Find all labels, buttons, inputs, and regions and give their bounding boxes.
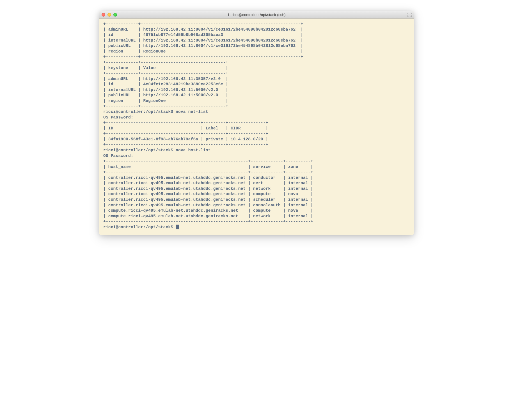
- table-row: | controller.ricci-qv495.emulab-net.utah…: [103, 197, 313, 202]
- table-header: | ID | Label | CIDR |: [103, 126, 268, 131]
- table-border: +--------------------------------------+…: [103, 120, 268, 125]
- command-line: ricci@controller:/opt/stack$ nova host-l…: [103, 148, 211, 152]
- table-border: +-------------+-------------------------…: [103, 71, 228, 76]
- table-row: | internalURL | http://192.168.42.11:800…: [103, 38, 303, 43]
- minimize-button[interactable]: [107, 13, 111, 17]
- table-row: | controller.ricci-qv495.emulab-net.utah…: [103, 203, 313, 207]
- window-title: 1. ricci@controller: /opt/stack (ssh): [99, 13, 414, 17]
- table-row: | region | RegionOne |: [103, 49, 303, 54]
- table-row: | publicURL | http://192.168.42.11:8004/…: [103, 44, 303, 48]
- table-row: | id | 4c04fc1c283148219ba3880ca2253e6e …: [103, 82, 228, 86]
- shell-prompt: ricci@controller:/opt/stack$: [103, 225, 176, 229]
- table-border: +-------------+-------------------------…: [103, 104, 228, 108]
- table-row: | 34fa1900-568f-43e1-8f98-ab76ab79af6a |…: [103, 137, 268, 141]
- table-header: | keystone | Value |: [103, 66, 228, 70]
- table-border: +-------------+-------------------------…: [103, 54, 303, 59]
- table-row: | controller.ricci-qv495.emulab-net.utah…: [103, 186, 313, 191]
- table-row: | internalURL | http://192.168.42.11:500…: [103, 88, 228, 92]
- table-row: | region | RegionOne |: [103, 99, 228, 103]
- titlebar[interactable]: 1. ricci@controller: /opt/stack (ssh): [99, 11, 414, 19]
- command-line: ricci@controller:/opt/stack$ nova net-li…: [103, 109, 208, 114]
- table-row: | id | 48751cb877e14d59b8b968ad305baea3 …: [103, 33, 303, 37]
- table-border: +--------------------------------------+…: [103, 142, 268, 147]
- cursor: [176, 225, 179, 229]
- table-row: | controller.ricci-qv495.emulab-net.utah…: [103, 192, 313, 196]
- table-row: | publicURL | http://192.168.42.11:5000/…: [103, 93, 228, 97]
- table-border: +--------------------------------------+…: [103, 131, 268, 136]
- terminal-window: 1. ricci@controller: /opt/stack (ssh) +-…: [99, 11, 414, 235]
- fullscreen-icon[interactable]: [407, 13, 412, 17]
- table-border: +---------------------------------------…: [103, 159, 313, 163]
- table-row: | adminURL | http://192.168.42.11:8004/v…: [103, 27, 303, 32]
- zoom-button[interactable]: [113, 13, 117, 17]
- password-prompt: OS Password:: [103, 154, 136, 158]
- table-border: +---------------------------------------…: [103, 170, 313, 174]
- close-button[interactable]: [102, 13, 105, 17]
- table-border: +---------------------------------------…: [103, 219, 313, 224]
- traffic-lights: [102, 13, 117, 17]
- password-prompt: OS Password:: [103, 115, 136, 120]
- table-row: | compute.ricci-qv495.emulab-net.utahddc…: [103, 214, 313, 218]
- table-row: | controller.ricci-qv495.emulab-net.utah…: [103, 181, 313, 185]
- terminal-content[interactable]: +-------------+-------------------------…: [99, 19, 414, 235]
- table-row: | adminURL | http://192.168.42.11:35357/…: [103, 77, 228, 81]
- table-row: | controller.ricci-qv495.emulab-net.utah…: [103, 175, 313, 180]
- table-border: +-------------+-------------------------…: [103, 22, 303, 26]
- table-row: | compute.ricci-qv495.emulab-net.utahddc…: [103, 208, 313, 213]
- table-border: +-------------+-------------------------…: [103, 60, 228, 65]
- table-header: | host_name | service | zone |: [103, 165, 313, 169]
